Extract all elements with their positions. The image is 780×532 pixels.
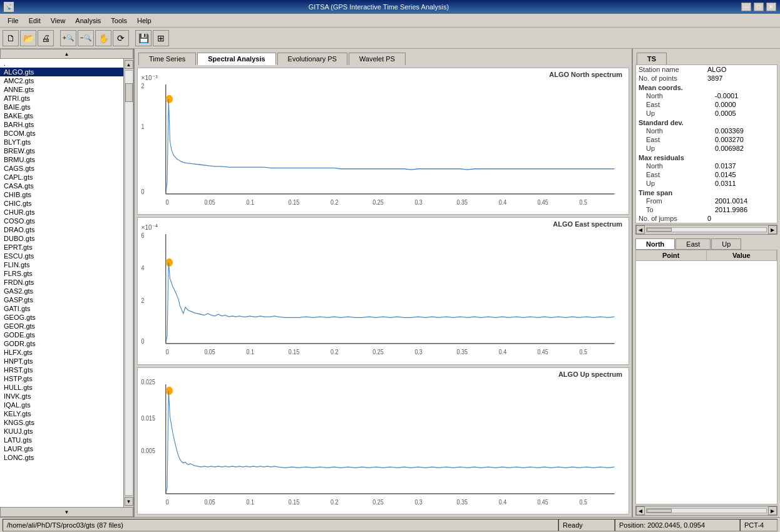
file-item[interactable]: KELY.gts	[0, 409, 123, 418]
file-item[interactable]: BCOM.gts	[0, 129, 123, 138]
file-item[interactable]: INVK.gts	[0, 392, 123, 401]
menu-tools[interactable]: Tools	[106, 16, 132, 26]
right-tab-ts[interactable]: TS	[637, 53, 667, 64]
file-item[interactable]: ALGO.gts	[0, 68, 123, 76]
info-scroll-track[interactable]	[646, 227, 767, 232]
file-item[interactable]: GAS2.gts	[0, 287, 123, 295]
tab-spectral-analysis[interactable]: Spectral Analysis	[197, 53, 275, 65]
file-item[interactable]: GEOG.gts	[0, 313, 123, 322]
export-image-button[interactable]: 💾	[135, 30, 151, 46]
file-item[interactable]: EPRT.gts	[0, 243, 123, 252]
file-item[interactable]: LAUR.gts	[0, 444, 123, 453]
file-item[interactable]: BLYT.gts	[0, 138, 123, 146]
file-item[interactable]: BAKE.gts	[0, 111, 123, 120]
zoom-out-button[interactable]: −🔍	[78, 30, 94, 46]
file-item[interactable]: BREW.gts	[0, 146, 123, 155]
station-name-label: Station name	[639, 66, 707, 73]
file-item[interactable]: BAIE.gts	[0, 103, 123, 111]
pan-button[interactable]: ✋	[95, 30, 111, 46]
file-item[interactable]: KNGS.gts	[0, 418, 123, 427]
open-button[interactable]: 📂	[20, 30, 36, 46]
minimize-button[interactable]: —	[741, 3, 751, 11]
file-item[interactable]: HNPT.gts	[0, 357, 123, 366]
file-item[interactable]: CHUR.gts	[0, 208, 123, 217]
file-item[interactable]: ATRI.gts	[0, 94, 123, 103]
file-item[interactable]: GODR.gts	[0, 339, 123, 348]
neu-tab-north[interactable]: North	[635, 238, 675, 250]
file-item[interactable]: CHIB.gts	[0, 190, 123, 199]
tab-wavelet-ps[interactable]: Wavelet PS	[349, 53, 406, 65]
close-button[interactable]: ✕	[766, 3, 776, 11]
file-item[interactable]: LONC.gts	[0, 453, 123, 462]
status-position: Position: 2002.0445, 0.0954	[615, 519, 740, 531]
file-item[interactable]: FLIN.gts	[0, 260, 123, 269]
file-item[interactable]: CAPL.gts	[0, 173, 123, 182]
right-info-scrollbar[interactable]: ◀ ▶	[635, 225, 777, 235]
scrollbar-up-arrow[interactable]: ▲	[125, 60, 133, 69]
scroll-up-button[interactable]: ▲	[0, 49, 133, 59]
info-scroll-thumb[interactable]	[647, 228, 672, 232]
menu-edit[interactable]: Edit	[24, 16, 46, 26]
north-max-value: 0.0137	[715, 162, 736, 170]
file-item[interactable]: ESCU.gts	[0, 252, 123, 260]
file-item[interactable]: GODE.gts	[0, 330, 123, 339]
file-item[interactable]: ANNE.gts	[0, 85, 123, 94]
maximize-button[interactable]: □	[754, 3, 764, 11]
file-item[interactable]: COSO.gts	[0, 217, 123, 225]
svg-text:×10⁻⁴: ×10⁻⁴	[141, 223, 158, 232]
no-jumps-row: No. of jumps 0	[636, 214, 777, 223]
file-item[interactable]: KUUJ.gts	[0, 427, 123, 436]
file-item[interactable]: BARH.gts	[0, 120, 123, 129]
file-list[interactable]: .ALGO.gtsAMC2.gtsANNE.gtsATRI.gtsBAIE.gt…	[0, 59, 123, 507]
tab-time-series[interactable]: Time Series	[138, 53, 196, 65]
neu-tab-up[interactable]: Up	[711, 238, 741, 250]
file-item[interactable]: CAGS.gts	[0, 164, 123, 173]
svg-text:0.45: 0.45	[537, 348, 548, 356]
east-spectrum-chart: ALGO East spectrum ×10⁻⁴ 6 4 2 0 0 0.05 …	[137, 217, 629, 364]
info-scroll-left[interactable]: ◀	[636, 225, 645, 234]
scrollbar-thumb[interactable]	[125, 83, 133, 102]
file-item[interactable]: CHIC.gts	[0, 199, 123, 208]
tab-evolutionary-ps[interactable]: Evolutionary PS	[277, 53, 347, 65]
neu-tab-east[interactable]: East	[675, 238, 711, 250]
file-item[interactable]: HLFX.gts	[0, 348, 123, 357]
scroll-down-button[interactable]: ▼	[0, 507, 133, 517]
new-button[interactable]: 🗋	[3, 30, 19, 46]
file-item[interactable]: HULL.gts	[0, 383, 123, 392]
file-item[interactable]: FRDN.gts	[0, 278, 123, 287]
zoom-in-button[interactable]: +🔍	[60, 30, 76, 46]
file-item[interactable]: .	[0, 59, 123, 68]
pv-scroll-right[interactable]: ▶	[768, 506, 777, 515]
file-item[interactable]: GATI.gts	[0, 304, 123, 313]
file-item[interactable]: AMC2.gts	[0, 76, 123, 85]
print-button[interactable]: 🖨	[38, 30, 54, 46]
north-max-label: North	[646, 162, 715, 170]
file-item[interactable]: HSTP.gts	[0, 374, 123, 383]
menu-help[interactable]: Help	[132, 16, 157, 26]
file-item[interactable]: DUBO.gts	[0, 234, 123, 243]
file-item[interactable]: HRST.gts	[0, 366, 123, 374]
pv-scrollbar[interactable]: ◀ ▶	[635, 506, 777, 516]
file-item[interactable]: GASP.gts	[0, 295, 123, 304]
pv-scroll-thumb[interactable]	[647, 509, 672, 513]
file-item[interactable]: GEOR.gts	[0, 322, 123, 330]
scrollbar-track[interactable]	[125, 70, 133, 496]
file-item[interactable]: FLRS.gts	[0, 269, 123, 278]
reset-button[interactable]: ⟳	[113, 30, 129, 46]
file-item[interactable]: LATU.gts	[0, 436, 123, 444]
file-item[interactable]: BRMU.gts	[0, 155, 123, 164]
menu-view[interactable]: View	[46, 16, 71, 26]
scrollbar-down-arrow[interactable]: ▼	[125, 497, 133, 506]
file-item[interactable]: CASA.gts	[0, 182, 123, 190]
svg-text:0.005: 0.005	[141, 447, 155, 454]
pv-scroll-left[interactable]: ◀	[636, 506, 645, 515]
to-value: 2011.9986	[715, 206, 747, 213]
east-std-value: 0.003270	[715, 136, 744, 143]
pv-scroll-track[interactable]	[646, 508, 767, 513]
info-scroll-right[interactable]: ▶	[768, 225, 777, 234]
grid-button[interactable]: ⊞	[153, 30, 169, 46]
menu-analysis[interactable]: Analysis	[70, 16, 106, 26]
menu-file[interactable]: File	[3, 16, 24, 26]
file-item[interactable]: DRAO.gts	[0, 225, 123, 234]
file-item[interactable]: IQAL.gts	[0, 401, 123, 409]
